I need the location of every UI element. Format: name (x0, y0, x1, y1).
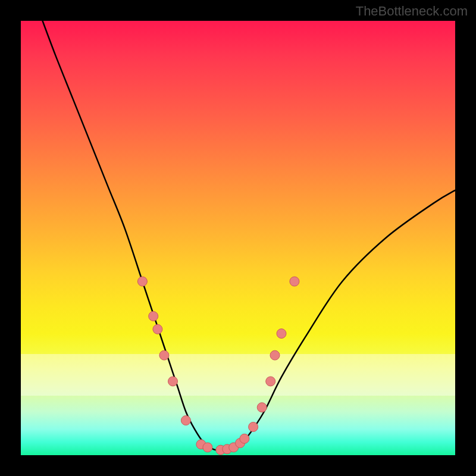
curve-marker (153, 324, 162, 334)
marker-group (137, 277, 299, 455)
curve-marker (168, 377, 178, 386)
curve-marker (240, 434, 249, 443)
curve-marker (257, 403, 267, 412)
curve-marker (137, 277, 147, 286)
plot-area (21, 21, 455, 455)
curve-marker (159, 350, 169, 360)
curve-marker (266, 377, 275, 386)
curve-marker (149, 311, 158, 321)
bottleneck-curve (43, 21, 456, 451)
curve-marker (181, 416, 190, 425)
curve-marker (290, 277, 299, 286)
curve-layer (21, 21, 455, 455)
chart-frame: TheBottleneck.com (0, 0, 476, 476)
curve-marker (270, 350, 280, 360)
curve-marker (249, 422, 258, 432)
curve-marker (277, 329, 286, 339)
watermark-text: TheBottleneck.com (356, 4, 468, 19)
curve-marker (203, 443, 212, 452)
